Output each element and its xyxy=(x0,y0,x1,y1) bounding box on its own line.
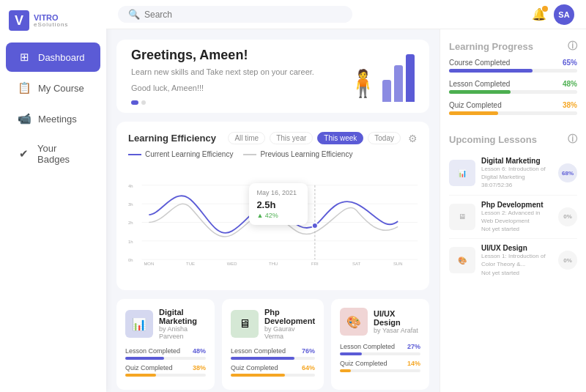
course-title: UI/UX Design xyxy=(374,309,420,327)
greeting-card: Greetings, Ameen! Learn new skills and T… xyxy=(116,40,429,113)
lesson-badge: 0% xyxy=(558,251,577,270)
lesson-title: UI/UX Design xyxy=(481,244,552,252)
lp-bar-fill xyxy=(449,111,498,115)
ul-info-icon[interactable]: ⓘ xyxy=(568,133,577,146)
meetings-label: Meetings xyxy=(38,114,77,125)
bar-chart-2 xyxy=(394,65,403,102)
chart-gear-icon[interactable]: ⚙ xyxy=(408,133,418,144)
lp-label: Quiz Completed 38% xyxy=(449,101,577,109)
course-top: 🖥 Php Development by Gaurav Verma xyxy=(231,308,315,340)
svg-text:SUN: SUN xyxy=(393,262,403,266)
lesson-progress-row: Lesson Completed 76% xyxy=(231,347,315,360)
quiz-progress-label: Quiz Completed 38% xyxy=(125,364,206,371)
header: 🔍 🔔 SA xyxy=(106,0,586,29)
lesson-bar-bg xyxy=(340,352,420,355)
quiz-bar-fill xyxy=(125,374,156,377)
notification-bell[interactable]: 🔔 xyxy=(532,7,546,21)
lp-item: Quiz Completed 38% xyxy=(449,101,577,115)
course-info: UI/UX Design by Yasar Arafat xyxy=(374,309,420,334)
main-area: 🔍 🔔 SA Greetings, Ameen! Learn new skill… xyxy=(106,0,586,392)
course-author: by Yasar Arafat xyxy=(374,327,420,334)
dashboard-label: Dashboard xyxy=(38,52,85,63)
lesson-progress-row: Lesson Completed 27% xyxy=(340,343,420,355)
lesson-thumb: 🖥 xyxy=(449,204,475,230)
nav-items: ⊞ Dashboard📋 My Course📹 Meetings✔ Your B… xyxy=(0,41,106,174)
legend-current: Current Learning Efficiency xyxy=(128,150,233,158)
lesson-info: Php Development Lesson 2: Advanced in We… xyxy=(481,201,552,234)
my-course-icon: 📋 xyxy=(18,81,31,95)
lesson-badge: 0% xyxy=(558,207,577,226)
svg-text:SAT: SAT xyxy=(352,262,360,266)
bar-chart-1 xyxy=(382,80,391,102)
lp-info-icon[interactable]: ⓘ xyxy=(568,40,577,53)
lesson-bar-fill xyxy=(340,352,362,355)
lp-section-title: Learning Progress ⓘ xyxy=(449,40,577,53)
nav-item-my-course[interactable]: 📋 My Course xyxy=(6,73,100,103)
filter-btn-this-year[interactable]: This year xyxy=(270,132,313,144)
lesson-subtitle: Lesson 1: Introduction of Color Theory &… xyxy=(481,252,552,268)
lp-item: Lesson Completed 48% xyxy=(449,80,577,94)
lp-label: Lesson Completed 48% xyxy=(449,80,577,88)
lesson-item[interactable]: 📊 Digital Marketing Lesson 6: Introducti… xyxy=(449,152,577,196)
lesson-bar-bg xyxy=(125,357,206,360)
ul-items: 📊 Digital Marketing Lesson 6: Introducti… xyxy=(449,152,577,282)
svg-text:3h: 3h xyxy=(128,202,133,207)
course-card: 🎨 UI/UX Design by Yasar Arafat Lesson Co… xyxy=(331,299,429,390)
lesson-subtitle: Lesson 2: Advanced in Web Development xyxy=(481,209,552,225)
lesson-title: Digital Marketing xyxy=(481,157,552,165)
search-box[interactable]: 🔍 xyxy=(118,6,352,23)
bar-chart-3 xyxy=(406,54,415,102)
greeting-line2: Good luck, Ameen!!! xyxy=(131,82,314,95)
nav-item-dashboard[interactable]: ⊞ Dashboard xyxy=(6,42,100,72)
lesson-item[interactable]: 🎨 UI/UX Design Lesson 1: Introduction of… xyxy=(449,239,577,282)
course-title: Php Development xyxy=(264,308,315,325)
chart-svg: 4h 3h 2h 1h 0h MON TUE WE xyxy=(128,163,418,280)
chart-filters: All timeThis yearThis weekToday xyxy=(228,132,401,144)
user-avatar[interactable]: SA xyxy=(554,4,574,25)
lesson-item[interactable]: 🖥 Php Development Lesson 2: Advanced in … xyxy=(449,196,577,240)
lp-items: Course Completed 65% Lesson Completed 48… xyxy=(449,59,577,115)
slide-dot-active[interactable] xyxy=(131,100,138,105)
svg-text:4h: 4h xyxy=(128,184,133,188)
header-icons: 🔔 SA xyxy=(532,4,574,25)
chart-title: Learning Efficiency xyxy=(128,133,216,144)
search-input[interactable] xyxy=(144,10,342,20)
svg-text:0h: 0h xyxy=(128,258,133,262)
course-title: Digital Marketing xyxy=(159,308,206,325)
greeting-text: Greetings, Ameen! Learn new skills and T… xyxy=(131,48,314,105)
lp-label: Course Completed 65% xyxy=(449,59,577,67)
quiz-progress-label: Quiz Completed 64% xyxy=(231,364,315,371)
course-card: 📊 Digital Marketing by Anisha Parveen Le… xyxy=(116,299,215,390)
your-badges-icon: ✔ xyxy=(18,147,30,160)
lesson-progress-row: Lesson Completed 48% xyxy=(125,347,206,360)
course-author: by Anisha Parveen xyxy=(159,325,206,340)
sidebar-logo: V VITRO eSolutions xyxy=(0,0,106,41)
lesson-title: Php Development xyxy=(481,201,552,209)
filter-btn-this-week[interactable]: This week xyxy=(317,132,363,144)
quiz-bar-fill xyxy=(231,374,285,377)
quiz-progress-label: Quiz Completed 14% xyxy=(340,360,420,367)
slide-dot[interactable] xyxy=(141,100,146,105)
course-top: 📊 Digital Marketing by Anisha Parveen xyxy=(125,308,206,340)
course-thumb: 🎨 xyxy=(340,308,368,336)
legend-line-blue xyxy=(128,154,141,155)
nav-item-your-badges[interactable]: ✔ Your Badges xyxy=(6,135,100,173)
nav-item-meetings[interactable]: 📹 Meetings xyxy=(6,104,100,133)
greeting-illustration: 🧍 xyxy=(346,51,415,102)
greeting-title: Greetings, Ameen! xyxy=(131,48,314,63)
svg-text:FRI: FRI xyxy=(311,262,319,266)
filter-btn-today[interactable]: Today xyxy=(368,132,401,144)
svg-text:THU: THU xyxy=(269,262,278,266)
notif-dot xyxy=(542,6,548,12)
lesson-badge: 68% xyxy=(558,163,577,182)
right-panel: Learning Progress ⓘ Course Completed 65%… xyxy=(440,29,586,392)
content-area: Greetings, Ameen! Learn new skills and T… xyxy=(106,29,586,392)
logo-v-icon: V xyxy=(9,10,29,31)
ul-section-title: Upcoming Lessons ⓘ xyxy=(449,133,577,146)
lesson-info: Digital Marketing Lesson 6: Introduction… xyxy=(481,157,552,190)
svg-text:1h: 1h xyxy=(128,240,133,244)
course-thumb-icon: 🖥 xyxy=(239,317,251,330)
lesson-time: Not yet started xyxy=(481,225,552,233)
filter-btn-all-time[interactable]: All time xyxy=(228,132,265,144)
lp-bar-fill xyxy=(449,90,511,94)
